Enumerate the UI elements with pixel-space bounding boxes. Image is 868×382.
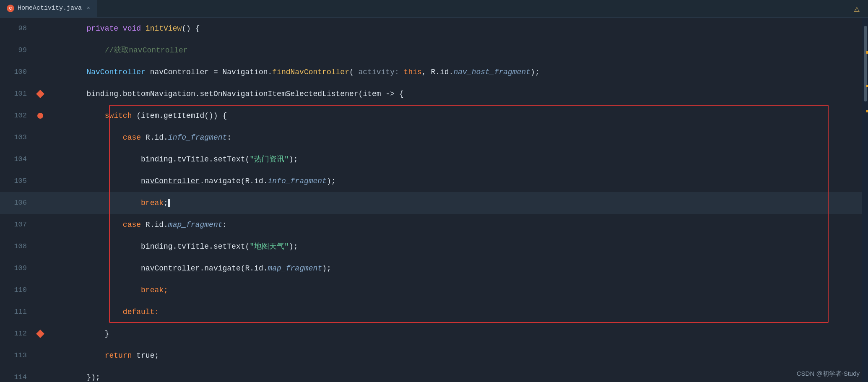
token: navController	[141, 177, 200, 185]
token: (	[349, 68, 359, 76]
code-line-100: 100 NavController navController = Naviga…	[0, 61, 862, 83]
warning-icon: ⚠	[854, 3, 860, 15]
line-content-113: return true;	[47, 345, 862, 366]
code-line-105: 105 navController.navigate(R.id.info_fra…	[0, 170, 862, 192]
line-content-99: //获取navController	[47, 39, 862, 61]
token: default:	[123, 308, 159, 316]
token: );	[289, 242, 298, 251]
line-content-108: binding.tvTitle.setText("地图天气");	[47, 236, 862, 257]
token: break	[141, 199, 164, 207]
token: (item.getItemId()) {	[132, 112, 227, 120]
token: map_fragment	[268, 264, 322, 273]
line-content-104: binding.tvTitle.setText("热门资讯");	[47, 148, 862, 170]
code-line-111: 111 default:	[0, 301, 862, 323]
token: map_fragment	[168, 221, 223, 229]
token: ;	[164, 199, 168, 207]
line-number-107: 107	[0, 214, 34, 236]
code-line-107: 107 case R.id.map_fragment:	[0, 214, 862, 236]
breakpoint-area-102	[34, 113, 47, 119]
code-line-108: 108 binding.tvTitle.setText("地图天气");	[0, 236, 862, 257]
token: binding	[141, 155, 173, 164]
line-number-99: 99	[0, 39, 34, 61]
token: .bottomNavigation.setOnNavigationItemSel…	[118, 90, 359, 98]
scrollbar-thumb[interactable]	[864, 26, 867, 101]
code-line-103: 103 case R.id.info_fragment:	[0, 127, 862, 148]
line-content-107: case R.id.map_fragment:	[47, 214, 862, 236]
scrollbar-marker-yellow	[866, 51, 868, 54]
tab-homeactivity[interactable]: C HomeActivity.java ×	[0, 0, 97, 17]
editor-container: C HomeActivity.java × ⚠ 98 private void …	[0, 0, 868, 382]
token: binding	[86, 90, 118, 98]
token: :	[227, 133, 231, 142]
line-number-114: 114	[0, 366, 34, 382]
token: info_fragment	[168, 133, 227, 142]
token: info_fragment	[268, 177, 327, 185]
line-number-112: 112	[0, 323, 34, 345]
code-line-109: 109 navController.navigate(R.id.map_frag…	[0, 257, 862, 279]
line-number-101: 101	[0, 83, 34, 105]
token: nav_host_fragment	[453, 68, 530, 76]
breakpoint-indicator	[36, 330, 44, 338]
line-number-113: 113	[0, 345, 34, 366]
token: "热门资讯"	[249, 155, 289, 164]
code-line-102: 102 switch (item.getItemId()) {	[0, 105, 862, 127]
token: return	[105, 351, 137, 360]
line-content-100: NavController navController = Navigation…	[47, 61, 862, 83]
code-line-110: 110 break;	[0, 279, 862, 301]
breakpoint-area-112	[34, 331, 47, 337]
token: });	[86, 373, 100, 382]
code-line-101: 101 binding.bottomNavigation.setOnNaviga…	[0, 83, 862, 105]
line-content-112: }	[47, 323, 862, 345]
line-content-105: navController.navigate(R.id.info_fragmen…	[47, 170, 862, 192]
token: () {	[182, 24, 200, 33]
token: (item -> {	[359, 90, 404, 98]
token: .navigate(R.id.	[200, 264, 268, 273]
tab-filename: HomeActivity.java	[18, 5, 82, 12]
line-number-103: 103	[0, 127, 34, 148]
scrollbar-marker-yellow3	[866, 110, 868, 112]
code-area[interactable]: 98 private void initView() {99 //获取navCo…	[0, 18, 862, 382]
token: );	[530, 68, 540, 76]
token: activity:	[359, 68, 404, 76]
code-line-113: 113 return true;	[0, 345, 862, 366]
line-content-103: case R.id.info_fragment:	[47, 127, 862, 148]
line-content-110: break;	[47, 279, 862, 301]
editor-body: 98 private void initView() {99 //获取navCo…	[0, 18, 868, 382]
line-number-108: 108	[0, 236, 34, 257]
tab-file-icon: C	[7, 5, 14, 12]
token: );	[327, 177, 336, 185]
token: case	[123, 221, 146, 229]
code-line-106: 106 break;	[0, 192, 862, 214]
code-lines: 98 private void initView() {99 //获取navCo…	[0, 18, 862, 382]
line-content-102: switch (item.getItemId()) {	[47, 105, 862, 127]
line-content-98: private void initView() {	[47, 18, 862, 39]
token: .navigate(R.id.	[200, 177, 268, 185]
line-number-100: 100	[0, 61, 34, 83]
tab-close-button[interactable]: ×	[87, 5, 90, 11]
line-number-98: 98	[0, 18, 34, 39]
token: binding	[141, 242, 173, 251]
watermark: CSDN @初学者-Study	[797, 370, 860, 378]
token: navController	[141, 264, 200, 273]
line-content-106: break;	[47, 192, 862, 214]
tab-bar: C HomeActivity.java ×	[0, 0, 868, 18]
line-number-106: 106	[0, 192, 34, 214]
token: );	[322, 264, 331, 273]
token: findNavController	[272, 68, 349, 76]
line-number-104: 104	[0, 148, 34, 170]
breakpoint-indicator	[37, 113, 43, 119]
token: initView	[146, 24, 182, 33]
token: }	[105, 330, 109, 338]
token: NavController	[86, 68, 150, 76]
right-scrollbar[interactable]	[862, 18, 868, 382]
line-number-109: 109	[0, 257, 34, 279]
line-content-101: binding.bottomNavigation.setOnNavigation…	[47, 83, 862, 105]
token: void	[123, 24, 146, 33]
text-cursor	[169, 199, 170, 207]
token: case	[123, 133, 146, 142]
scrollbar-marker-yellow2	[866, 85, 868, 87]
breakpoint-area-101	[34, 91, 47, 97]
token: R.id.	[146, 221, 168, 229]
token: , R.id.	[422, 68, 454, 76]
token: break;	[141, 286, 168, 294]
